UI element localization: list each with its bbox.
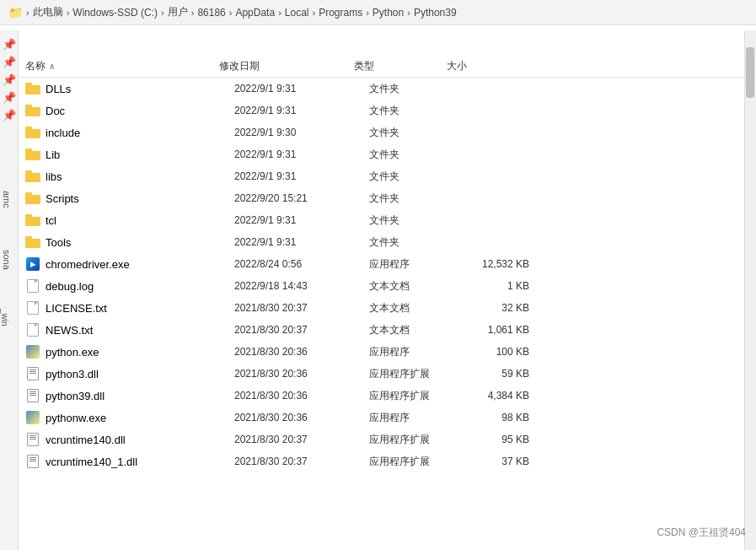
file-date: 2021/8/30 20:37 bbox=[234, 434, 369, 445]
sort-arrow-icon: ∧ bbox=[49, 62, 55, 71]
file-type: 文本文档 bbox=[369, 301, 462, 315]
breadcrumb-item-0[interactable]: 此电脑 bbox=[33, 5, 63, 19]
file-size: 1 KB bbox=[462, 280, 546, 292]
file-type: 文件夹 bbox=[369, 191, 462, 206]
table-row[interactable]: tcl 2022/9/1 9:31 文件夹 bbox=[19, 209, 756, 231]
file-date: 2022/8/24 0:56 bbox=[234, 258, 369, 270]
folder-icon bbox=[25, 82, 40, 95]
file-name: libs bbox=[46, 170, 234, 183]
file-name: DLLs bbox=[46, 83, 234, 95]
table-row[interactable]: DLLs 2022/9/1 9:31 文件夹 bbox=[19, 78, 756, 100]
table-row[interactable]: ▶ chromedriver.exe 2022/8/24 0:56 应用程序 1… bbox=[19, 253, 756, 275]
file-size: 100 KB bbox=[462, 346, 546, 358]
breadcrumb-item-5[interactable]: Local bbox=[285, 7, 309, 19]
file-date: 2021/8/30 20:36 bbox=[234, 412, 369, 423]
file-icon bbox=[25, 323, 40, 337]
file-size: 4,384 KB bbox=[462, 390, 546, 402]
file-name: chromedriver.exe bbox=[46, 258, 234, 271]
table-row[interactable]: Doc 2022/9/1 9:31 文件夹 bbox=[19, 100, 756, 121]
file-type: 应用程序 bbox=[369, 257, 462, 272]
dll-icon bbox=[25, 367, 40, 380]
file-name: Doc bbox=[46, 105, 234, 117]
file-icon bbox=[25, 301, 40, 315]
table-row[interactable]: python.exe 2021/8/30 20:36 应用程序 100 KB bbox=[19, 341, 756, 363]
table-row[interactable]: NEWS.txt 2021/8/30 20:37 文本文档 1,061 KB bbox=[19, 319, 756, 341]
pin-icon-4[interactable]: 📌 bbox=[3, 92, 16, 103]
file-date: 2021/8/30 20:37 bbox=[234, 302, 369, 314]
table-row[interactable]: include 2022/9/1 9:30 文件夹 bbox=[19, 121, 756, 143]
file-date: 2021/8/30 20:36 bbox=[234, 390, 369, 402]
breadcrumb-item-1[interactable]: Windows-SSD (C:) bbox=[72, 7, 158, 19]
file-type: 文件夹 bbox=[369, 126, 462, 140]
table-row[interactable]: Scripts 2022/9/20 15:21 文件夹 bbox=[19, 187, 756, 209]
col-header-name[interactable]: 名称 ∧ bbox=[25, 59, 219, 73]
python-exe-icon bbox=[25, 345, 40, 359]
watermark: CSDN @王祖贤404 bbox=[657, 526, 746, 540]
col-header-size[interactable]: 大小 bbox=[447, 59, 531, 73]
sidebar-label-sona: sona bbox=[2, 250, 12, 270]
scrollbar[interactable] bbox=[744, 30, 756, 550]
table-row[interactable]: python39.dll 2021/8/30 20:36 应用程序扩展 4,38… bbox=[19, 385, 756, 407]
file-type: 文本文档 bbox=[369, 323, 462, 337]
file-name: python3.dll bbox=[46, 368, 234, 380]
file-name: vcruntime140.dll bbox=[46, 434, 234, 446]
file-size: 98 KB bbox=[462, 412, 546, 423]
breadcrumb-folder-icon: 📁 bbox=[8, 6, 23, 19]
file-name: tcl bbox=[46, 214, 234, 227]
file-name: LICENSE.txt bbox=[46, 302, 234, 315]
exe-icon: ▶ bbox=[25, 257, 40, 271]
table-row[interactable]: debug.log 2022/9/18 14:43 文本文档 1 KB bbox=[19, 275, 756, 297]
breadcrumb-item-3[interactable]: 86186 bbox=[197, 7, 225, 19]
folder-icon bbox=[25, 104, 40, 117]
dll-icon bbox=[25, 433, 40, 446]
col-header-date[interactable]: 修改日期 bbox=[219, 59, 354, 73]
pin-icon-5[interactable]: 📌 bbox=[3, 110, 16, 121]
folder-icon bbox=[25, 170, 40, 183]
file-date: 2021/8/30 20:37 bbox=[234, 456, 369, 467]
file-date: 2021/8/30 20:36 bbox=[234, 346, 369, 358]
file-date: 2021/8/30 20:36 bbox=[234, 368, 369, 380]
table-row[interactable]: libs 2022/9/1 9:31 文件夹 bbox=[19, 165, 756, 187]
file-type: 文件夹 bbox=[369, 104, 462, 118]
col-header-type[interactable]: 类型 bbox=[354, 59, 447, 73]
breadcrumb-item-7[interactable]: Python bbox=[373, 7, 404, 19]
table-row[interactable]: pythonw.exe 2021/8/30 20:36 应用程序 98 KB bbox=[19, 407, 756, 429]
table-row[interactable]: vcruntime140.dll 2021/8/30 20:37 应用程序扩展 … bbox=[19, 429, 756, 450]
file-date: 2022/9/1 9:31 bbox=[234, 105, 369, 116]
file-type: 文件夹 bbox=[369, 82, 462, 96]
table-row[interactable]: LICENSE.txt 2021/8/30 20:37 文本文档 32 KB bbox=[19, 297, 756, 319]
table-row[interactable]: python3.dll 2021/8/30 20:36 应用程序扩展 59 KB bbox=[19, 363, 756, 385]
file-name: python.exe bbox=[46, 346, 234, 359]
file-name: python39.dll bbox=[46, 390, 234, 402]
pin-icon-3[interactable]: 📌 bbox=[3, 74, 16, 85]
sidebar-label-win: _win bbox=[0, 309, 9, 326]
file-size: 12,532 KB bbox=[462, 258, 546, 270]
file-name: Tools bbox=[46, 236, 234, 249]
table-row[interactable]: Lib 2022/9/1 9:31 文件夹 bbox=[19, 143, 756, 165]
file-date: 2022/9/1 9:31 bbox=[234, 236, 369, 248]
file-size: 1,061 KB bbox=[462, 324, 546, 336]
table-row[interactable]: Tools 2022/9/1 9:31 文件夹 bbox=[19, 231, 756, 253]
scroll-thumb[interactable] bbox=[746, 47, 754, 98]
file-type: 文件夹 bbox=[369, 148, 462, 162]
table-row[interactable]: vcruntime140_1.dll 2021/8/30 20:37 应用程序扩… bbox=[19, 450, 756, 472]
file-size: 37 KB bbox=[462, 456, 546, 467]
dll-icon bbox=[25, 389, 40, 402]
file-type: 文件夹 bbox=[369, 235, 462, 250]
file-list: DLLs 2022/9/1 9:31 文件夹 Doc 2022/9/1 9:31… bbox=[19, 78, 756, 550]
file-date: 2022/9/1 9:31 bbox=[234, 170, 369, 182]
file-size: 59 KB bbox=[462, 368, 546, 380]
folder-icon bbox=[25, 148, 40, 161]
file-size: 95 KB bbox=[462, 434, 546, 445]
file-name: pythonw.exe bbox=[46, 412, 234, 424]
file-type: 文件夹 bbox=[369, 213, 462, 228]
breadcrumb-item-8[interactable]: Python39 bbox=[414, 7, 457, 19]
pin-icon-1[interactable]: 📌 bbox=[3, 39, 16, 50]
breadcrumb-item-2[interactable]: 用户 bbox=[168, 5, 188, 19]
file-name: NEWS.txt bbox=[46, 324, 234, 337]
breadcrumb-item-6[interactable]: Programs bbox=[319, 7, 362, 19]
file-type: 文件夹 bbox=[369, 170, 462, 184]
file-type: 应用程序 bbox=[369, 345, 462, 359]
pin-icon-2[interactable]: 📌 bbox=[3, 57, 16, 67]
breadcrumb-item-4[interactable]: AppData bbox=[235, 7, 275, 19]
